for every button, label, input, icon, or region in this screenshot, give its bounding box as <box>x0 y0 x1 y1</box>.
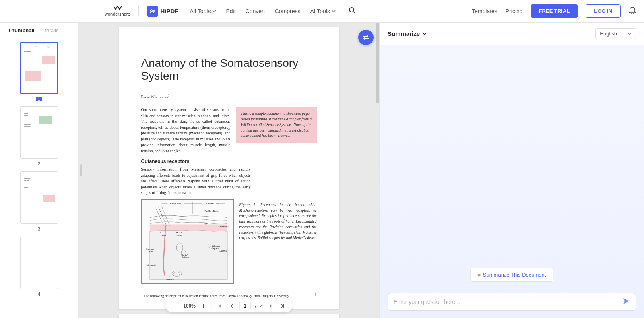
svg-text:ending: ending <box>161 234 166 236</box>
svg-line-6 <box>155 208 163 226</box>
svg-point-0 <box>349 8 354 12</box>
ai-panel: Summarize English # Summarize This Docum… <box>379 23 644 318</box>
main-layout: Thumbnail Details Anatomy of the Somatos… <box>0 23 644 318</box>
figure-1: Hairy skin Glabrous skin <box>141 199 234 284</box>
summarize-document-chip[interactable]: # Summarize This Document <box>470 268 554 282</box>
nav-compress[interactable]: Compress <box>275 8 301 14</box>
wondershare-logo[interactable]: wondershare <box>105 6 130 17</box>
chevron-down-icon <box>422 32 427 35</box>
svg-text:gland: gland <box>149 250 153 252</box>
divider <box>138 6 139 16</box>
language-label: English <box>600 31 617 37</box>
thumb-label-1: 1 <box>36 97 42 101</box>
hipdf-logo[interactable]: HiPDF <box>147 6 179 17</box>
main-nav: All Tools Edit Convert Compress AI Tools <box>190 7 356 16</box>
page-number: 1 <box>315 293 317 297</box>
svg-text:receptor: receptor <box>176 234 183 236</box>
login-button[interactable]: LOG IN <box>586 4 621 18</box>
thumb-wrap-2: ━━━━━━━━━━━━━━━━━━━━━━━━━━━━━━━━━━━━━━━━… <box>20 106 58 167</box>
nav-all-tools[interactable]: All Tools <box>190 8 217 14</box>
svg-text:corpuscle: corpuscle <box>166 278 174 280</box>
nav-pricing[interactable]: Pricing <box>506 8 523 14</box>
tab-details[interactable]: Details <box>43 27 59 33</box>
svg-text:corpuscle: corpuscle <box>182 256 190 258</box>
zoom-out-button[interactable] <box>171 303 179 309</box>
chat-input-wrap <box>388 293 636 311</box>
svg-text:Merkel's: Merkel's <box>176 232 183 234</box>
page-sep: / <box>255 303 256 309</box>
thumb-wrap-1: Anatomy of the Somatosensory System━━━━━… <box>20 42 58 101</box>
summarize-dropdown[interactable]: Summarize <box>388 30 427 37</box>
page-intro: Our somatosensory system consists of sen… <box>141 107 231 154</box>
thumb-wrap-4: 4 <box>20 237 58 297</box>
app-header: wondershare HiPDF All Tools Edit Convert… <box>0 0 644 23</box>
summarize-chip-label: Summarize This Document <box>483 272 546 278</box>
nav-edit[interactable]: Edit <box>226 8 235 14</box>
zoom-in-button[interactable] <box>200 303 208 309</box>
svg-text:corpuscle: corpuscle <box>211 248 219 250</box>
subhead-cutaneous: Cutaneous receptors <box>141 159 317 164</box>
wondershare-icon <box>114 6 122 11</box>
wondershare-text: wondershare <box>105 12 130 17</box>
swap-panels-button[interactable] <box>358 30 374 45</box>
sidebar-resize-handle[interactable] <box>80 164 82 176</box>
pdf-page-1: Anatomy of the Somatosensory System From… <box>119 27 339 309</box>
thumbnail-page-1[interactable]: Anatomy of the Somatosensory System━━━━━… <box>20 42 58 94</box>
sidebar: Thumbnail Details Anatomy of the Somatos… <box>0 23 78 318</box>
thumbnail-page-4[interactable] <box>20 237 58 289</box>
hipdf-text: HiPDF <box>161 8 179 14</box>
page-title: Anatomy of the Somatosensory System <box>141 57 317 83</box>
svg-text:Epidermis: Epidermis <box>219 225 229 228</box>
swap-icon <box>362 35 369 40</box>
search-icon[interactable] <box>349 7 356 16</box>
svg-line-8 <box>161 206 169 226</box>
chevron-down-icon <box>332 10 336 12</box>
svg-text:Pacinian: Pacinian <box>166 276 173 278</box>
page-source: From Wikibooks1 <box>141 94 317 99</box>
nav-ai-tools-label: AI Tools <box>310 8 330 14</box>
viewer-toolbar: 100% / 4 <box>165 299 292 312</box>
nav-convert[interactable]: Convert <box>246 8 265 14</box>
nav-templates[interactable]: Templates <box>472 8 497 14</box>
prev-page-button[interactable] <box>228 303 235 309</box>
free-trial-button[interactable]: FREE TRIAL <box>531 4 578 18</box>
pdf-page-2 <box>119 314 339 318</box>
right-nav: Templates Pricing FREE TRIAL LOG IN <box>472 4 636 18</box>
notifications-icon[interactable] <box>629 6 636 16</box>
thumb-wrap-3: ━━━━━━━━━━━ ━━━━━━━━━━━━━━━━━━━━━━━━ 3 <box>20 171 58 232</box>
svg-text:Free nerve: Free nerve <box>159 232 168 234</box>
svg-text:Papillary Ridges: Papillary Ridges <box>204 210 219 212</box>
thumbnail-page-3[interactable]: ━━━━━━━━━━━ ━━━━━━━━━━━━━━━━━━━━━━━━ <box>20 171 58 224</box>
svg-text:Sebaceous: Sebaceous <box>145 248 154 250</box>
page-total: 4 <box>260 303 263 309</box>
thumb-label-4: 4 <box>38 291 41 297</box>
thumbnail-page-2[interactable]: ━━━━━━━━━━━━━━━━━━━━━━━━━━━━━━━━━━━━━━━━… <box>20 106 58 159</box>
thumb-label-2: 2 <box>38 161 41 167</box>
next-page-button[interactable] <box>267 303 275 309</box>
first-page-button[interactable] <box>216 303 224 309</box>
page-input[interactable] <box>239 302 251 310</box>
svg-text:Dermis: Dermis <box>219 250 227 252</box>
send-button[interactable] <box>623 297 630 306</box>
last-page-button[interactable] <box>279 303 287 309</box>
footnote-1: 1 The following description is based on … <box>141 293 317 298</box>
ai-panel-header: Summarize English <box>380 23 644 45</box>
hipdf-icon <box>147 6 158 17</box>
svg-text:Ruffini's: Ruffini's <box>182 254 188 256</box>
nav-ai-tools[interactable]: AI Tools <box>310 8 336 14</box>
fig-label-hairy: Hairy skin <box>169 202 182 205</box>
language-select[interactable]: English <box>595 28 636 39</box>
callout-box: This is a sample document to showcase pa… <box>236 107 317 143</box>
summarize-title: Summarize <box>388 30 420 37</box>
logo-group: wondershare HiPDF <box>105 6 179 17</box>
document-viewer: Anatomy of the Somatosensory System From… <box>78 23 379 318</box>
thumbnail-list: Anatomy of the Somatosensory System━━━━━… <box>0 37 78 318</box>
thumb-label-3: 3 <box>38 226 41 232</box>
viewer-scrollbar[interactable] <box>376 23 379 103</box>
tab-thumbnail[interactable]: Thumbnail <box>8 27 35 33</box>
page-para2: Sensory information from Meissner corpus… <box>141 167 251 196</box>
svg-text:Septa: Septa <box>203 223 208 225</box>
chat-input[interactable] <box>394 299 623 305</box>
send-icon <box>623 297 630 305</box>
viewer-scroll[interactable]: Anatomy of the Somatosensory System From… <box>78 23 379 318</box>
